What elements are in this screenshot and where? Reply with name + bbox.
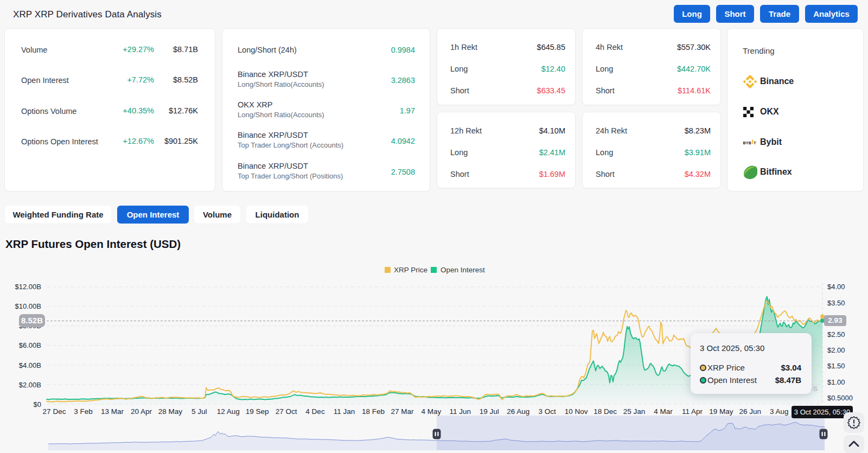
svg-text:XRP Price: XRP Price — [394, 266, 427, 274]
svg-text:Open Interest: Open Interest — [441, 266, 485, 274]
svg-text:13 Mar: 13 Mar — [101, 407, 124, 416]
svg-text:$6.00B: $6.00B — [19, 341, 41, 349]
svg-text:20 Apr: 20 Apr — [131, 407, 152, 416]
svg-text:$2.00: $2.00 — [827, 346, 845, 354]
svg-text:11 Jan: 11 Jan — [334, 407, 355, 416]
svg-text:$1.50: $1.50 — [827, 362, 845, 370]
svg-text:19 Sep: 19 Sep — [246, 407, 269, 416]
svg-text:18 Feb: 18 Feb — [362, 407, 385, 416]
svg-text:19 May: 19 May — [709, 407, 733, 416]
svg-text:$0.5000: $0.5000 — [827, 394, 853, 402]
svg-text:4 May: 4 May — [422, 407, 442, 416]
svg-text:$2.50: $2.50 — [827, 330, 845, 339]
svg-text:$2.00B: $2.00B — [19, 381, 41, 389]
svg-text:3 Feb: 3 Feb — [74, 407, 93, 416]
svg-text:$4.00: $4.00 — [827, 283, 845, 291]
svg-text:19 Jul: 19 Jul — [480, 407, 499, 416]
svg-text:11 Apr: 11 Apr — [682, 407, 703, 416]
svg-text:18 Dec: 18 Dec — [593, 407, 617, 416]
svg-text:$4.00B: $4.00B — [19, 361, 41, 369]
svg-text:26 Aug: 26 Aug — [507, 407, 529, 416]
svg-text:25 Jan: 25 Jan — [623, 407, 646, 416]
svg-text:28 May: 28 May — [158, 407, 183, 416]
svg-text:26 Jun: 26 Jun — [739, 407, 762, 416]
svg-text:$10.00B: $10.00B — [15, 302, 41, 310]
svg-text:4 Mar: 4 Mar — [654, 407, 673, 416]
svg-text:10 Nov: 10 Nov — [565, 407, 588, 416]
svg-text:27 Mar: 27 Mar — [391, 407, 414, 416]
svg-text:$12.00B: $12.00B — [15, 283, 41, 291]
svg-text:27 Oct: 27 Oct — [276, 407, 297, 416]
svg-text:$3.50: $3.50 — [827, 299, 845, 307]
svg-text:11 Jun: 11 Jun — [450, 407, 471, 416]
svg-text:$0: $0 — [34, 400, 41, 409]
svg-text:$1.00: $1.00 — [827, 378, 845, 386]
svg-text:3 Aug: 3 Aug — [770, 407, 789, 416]
svg-text:27 Dec: 27 Dec — [43, 407, 66, 416]
svg-text:5 Jul: 5 Jul — [192, 407, 207, 416]
svg-text:12 Aug: 12 Aug — [217, 407, 240, 416]
svg-text:4 Dec: 4 Dec — [305, 407, 325, 416]
svg-text:3 Oct: 3 Oct — [539, 407, 557, 416]
